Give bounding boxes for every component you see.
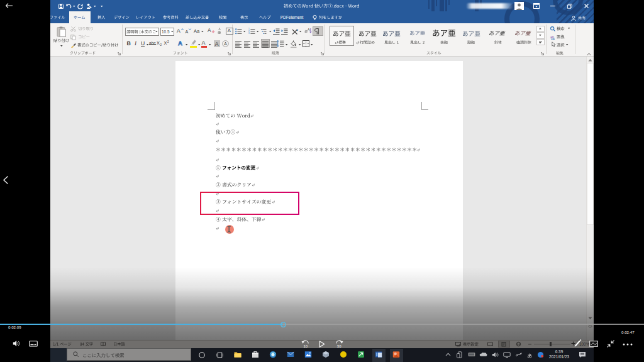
svg-text:10: 10 [303,344,308,348]
svg-text:A: A [224,41,227,46]
svg-text:30: 30 [337,344,341,348]
svg-text:3: 3 [248,32,250,35]
svg-text:ab: ab [550,35,554,38]
svg-text:A: A [308,28,310,31]
